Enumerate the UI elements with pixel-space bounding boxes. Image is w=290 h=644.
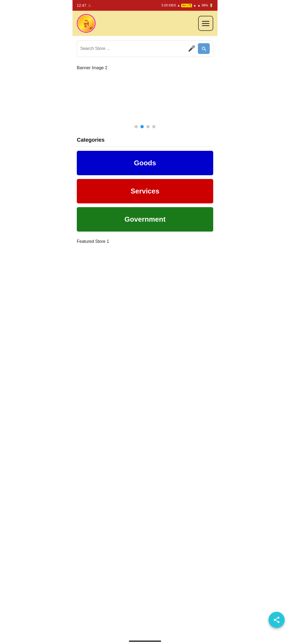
logo-text-num: 07 [90,27,92,30]
categories-section: Categories Goods Services Government [77,137,213,232]
battery-icon: 🔋 [209,3,213,7]
category-services-button[interactable]: Services [77,179,213,203]
data-speed: 5.00 KB/S [162,3,176,7]
logo-text-main: दुर्ग [84,22,89,27]
categories-title: Categories [77,137,213,143]
search-button[interactable] [198,43,210,54]
featured-store-title: Featured Store 1 [77,239,213,244]
app-header: हमर दुर्ग 07 [73,11,218,36]
hamburger-line-3 [202,25,209,26]
category-goods-button[interactable]: Goods [77,151,213,175]
dot-2[interactable] [140,125,144,128]
dot-4[interactable] [152,125,155,128]
warning-icon: ⚠ [88,3,91,8]
mic-icon[interactable]: 🎤 [188,45,195,52]
app-logo: हमर दुर्ग 07 [77,14,96,33]
search-bar: 🎤 [77,40,213,57]
search-input[interactable] [80,46,185,51]
wifi-icon: ▲ [177,3,180,7]
status-bar: 12:47 ⚠ 5.00 KB/S ▲ Vol LTE ▲ ▲ 98% 🔋 [73,0,218,11]
banner-text: Banner Image 2 [77,63,213,72]
hamburger-line-1 [202,21,209,22]
menu-button[interactable] [198,16,213,31]
banner-container: Banner Image 2 [77,63,213,118]
main-content: 🎤 Banner Image 2 Categories Goods Servic… [73,36,218,250]
hamburger-line-2 [202,23,209,24]
dot-3[interactable] [146,125,150,128]
banner-slide-area[interactable] [77,75,213,118]
featured-section: Featured Store 1 [77,237,213,244]
status-left: 12:47 ⚠ [77,3,91,8]
carousel-dots [77,122,213,131]
signal-icon-1: ▲ [193,3,196,7]
signal-icon-2: ▲ [197,3,201,7]
category-government-button[interactable]: Government [77,207,213,232]
dot-1[interactable] [135,125,138,128]
battery-display: 98% [202,3,208,7]
categories-divider [77,146,213,147]
status-right: 5.00 KB/S ▲ Vol LTE ▲ ▲ 98% 🔋 [162,3,213,7]
logo-inner: हमर दुर्ग 07 [78,15,95,32]
search-icon [201,46,206,51]
time-display: 12:47 [77,3,86,8]
lte-icon: Vol LTE [181,4,192,7]
